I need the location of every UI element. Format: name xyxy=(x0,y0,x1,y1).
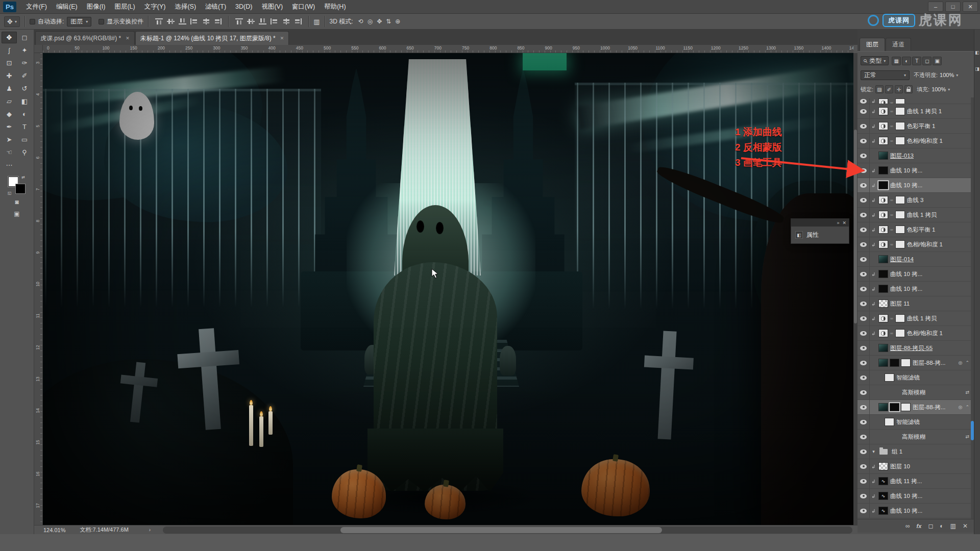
distribute-right-icon[interactable] xyxy=(293,18,302,25)
layer-row[interactable]: 智能滤镜 xyxy=(857,370,971,385)
layer-name[interactable]: 曲线 1 拷贝 xyxy=(907,315,971,322)
layer-row[interactable]: ↳∞曲线 1 拷贝 xyxy=(857,208,971,222)
distribute-top-icon[interactable] xyxy=(235,18,243,25)
layer-visibility-toggle[interactable] xyxy=(857,252,870,266)
hand-tool[interactable]: ☜ xyxy=(2,146,17,158)
lock-all-icon[interactable] xyxy=(904,85,913,93)
layer-visibility-toggle[interactable] xyxy=(857,119,870,133)
tool-preset-picker[interactable]: ✥ ▾ xyxy=(4,16,20,27)
filter-blending-icon[interactable]: ⇄ xyxy=(965,390,969,395)
menu-item[interactable]: 滤镜(T) xyxy=(201,0,231,14)
collapse-effects-icon[interactable]: ⌃ xyxy=(965,360,969,365)
align-bottom-icon[interactable] xyxy=(178,18,187,25)
auto-align-icon[interactable]: ▥ xyxy=(313,18,320,26)
menu-item[interactable]: 编辑(E) xyxy=(52,0,82,14)
layer-row[interactable]: ↳∞色彩平衡 1 xyxy=(857,119,971,134)
link-layers-icon[interactable]: ∞ xyxy=(905,522,910,530)
document-tab[interactable]: 虎课.psd @ 63.6%(RGB/8#) *✕ xyxy=(35,31,135,45)
layer-row[interactable]: ▾组 1 xyxy=(857,444,971,459)
background-color-swatch[interactable] xyxy=(15,184,26,194)
swap-colors-icon[interactable]: ⇄ xyxy=(21,175,25,180)
align-left-icon[interactable] xyxy=(190,18,199,25)
horizontal-ruler[interactable]: 0501001502002503003504004505005506006507… xyxy=(43,45,853,53)
layer-name[interactable]: 曲线 11 拷... xyxy=(890,478,971,485)
layer-visibility-toggle[interactable] xyxy=(857,98,870,104)
path-select-tool[interactable]: ➤ xyxy=(2,134,17,145)
layer-name[interactable]: 曲线 1 拷贝 1 xyxy=(907,108,971,115)
layer-name[interactable]: 组 1 xyxy=(892,448,971,456)
3d-scale-icon[interactable]: ⊕ xyxy=(395,18,400,25)
vertical-ruler[interactable]: 34567891011121314151617 xyxy=(34,53,43,525)
layer-visibility-toggle[interactable] xyxy=(857,326,870,340)
layer-name[interactable]: 图层-88-拷贝-55 xyxy=(890,344,971,352)
fill-value[interactable]: 100% xyxy=(932,86,946,92)
layer-visibility-toggle[interactable] xyxy=(857,370,870,385)
layer-name[interactable]: 曲线 3 xyxy=(907,196,971,204)
filter-pixel-icon[interactable]: ▦ xyxy=(892,57,901,65)
move-tool[interactable]: ✥ xyxy=(2,32,17,43)
layer-row[interactable]: ↳曲线 10 拷... xyxy=(857,282,971,296)
layer-row[interactable]: 图层-013 xyxy=(857,148,971,163)
opacity-value[interactable]: 100% xyxy=(940,72,954,78)
layer-row[interactable]: ↳∞曲线 1 拷贝 1 xyxy=(857,104,971,119)
layer-visibility-toggle[interactable] xyxy=(857,193,870,207)
menu-item[interactable]: 3D(D) xyxy=(231,0,257,14)
3d-rotate-icon[interactable]: ⟲ xyxy=(358,18,363,25)
layer-row[interactable]: ↳∞色相/饱和度 1 xyxy=(857,134,971,148)
maximize-button[interactable]: □ xyxy=(945,2,961,12)
filter-type-icon[interactable]: T xyxy=(912,57,921,65)
status-expand-icon[interactable]: › xyxy=(149,527,151,533)
layer-row[interactable]: ↳曲线 10 拷... xyxy=(857,178,971,193)
layer-row[interactable]: ↳∞色彩平衡 1 xyxy=(857,222,971,237)
layer-name[interactable]: 色相/饱和度 1 xyxy=(907,330,971,337)
filter-adjustment-icon[interactable]: ◐ xyxy=(902,57,911,65)
layer-row[interactable]: ↳图层 11 xyxy=(857,296,971,311)
brush-tool[interactable]: ✐ xyxy=(17,70,32,82)
layer-name[interactable]: 图层 11 xyxy=(890,300,971,308)
layer-visibility-toggle[interactable] xyxy=(857,385,870,399)
layer-name[interactable]: 图层-013 xyxy=(890,152,971,160)
gradient-tool[interactable]: ◧ xyxy=(17,95,32,107)
layer-visibility-toggle[interactable] xyxy=(857,296,870,311)
canvas[interactable] xyxy=(43,53,853,525)
quick-select-tool[interactable]: ✦ xyxy=(17,44,32,56)
3d-drag-icon[interactable]: ✥ xyxy=(377,18,382,25)
layer-row[interactable]: 图层-88-拷...◎⌃ xyxy=(857,356,971,370)
distribute-v-center-icon[interactable] xyxy=(247,18,255,25)
layer-visibility-toggle[interactable] xyxy=(857,237,870,252)
layer-visibility-toggle[interactable] xyxy=(857,400,870,414)
layer-visibility-toggle[interactable] xyxy=(857,444,870,459)
layer-row[interactable]: ↳∿曲线 10 拷... xyxy=(857,504,971,518)
layer-name[interactable]: 色彩平衡 1 xyxy=(907,122,971,130)
lock-position-icon[interactable]: ✛ xyxy=(895,85,903,93)
properties-flyout-body[interactable]: ◧ 属性 xyxy=(791,227,849,243)
layer-row[interactable]: 智能滤镜 xyxy=(857,415,971,430)
layer-visibility-toggle[interactable] xyxy=(857,415,870,429)
menu-item[interactable]: 文件(F) xyxy=(21,0,52,14)
layer-name[interactable]: 高斯模糊 xyxy=(902,389,965,396)
pen-tool[interactable]: ✒ xyxy=(2,121,17,133)
layer-visibility-toggle[interactable] xyxy=(857,104,870,118)
lock-transparent-icon[interactable]: ▨ xyxy=(875,85,884,93)
distribute-bottom-icon[interactable] xyxy=(258,18,267,25)
layer-name[interactable]: 曲线 10 拷... xyxy=(890,507,971,515)
layer-visibility-toggle[interactable] xyxy=(857,430,870,444)
menu-item[interactable]: 选择(S) xyxy=(170,0,201,14)
smart-filter-icon[interactable]: ◎ xyxy=(959,360,963,365)
menu-item[interactable]: 窗口(W) xyxy=(287,0,320,14)
show-transform-checkbox[interactable] xyxy=(99,19,104,24)
layer-visibility-toggle[interactable] xyxy=(857,356,870,370)
menu-item[interactable]: 帮助(H) xyxy=(320,0,350,14)
color-swatches[interactable]: ⇄ ◱ xyxy=(8,176,26,194)
layer-name[interactable]: 图层-88-拷... xyxy=(913,404,957,411)
menu-item[interactable]: 视图(V) xyxy=(257,0,287,14)
clone-stamp-tool[interactable]: ♟ xyxy=(2,83,17,94)
eyedropper-tool[interactable]: ✑ xyxy=(17,57,32,69)
3d-roll-icon[interactable]: ◎ xyxy=(368,18,373,25)
layer-name[interactable]: 色相/饱和度 1 xyxy=(907,137,971,145)
panel-tab-图层[interactable]: 图层 xyxy=(860,38,885,51)
layer-name[interactable]: 曲线 10 拷... xyxy=(890,182,971,189)
layer-row[interactable]: ↳曲线 10 拷... xyxy=(857,267,971,282)
layer-visibility-toggle[interactable] xyxy=(857,311,870,325)
menu-item[interactable]: 图层(L) xyxy=(110,0,139,14)
